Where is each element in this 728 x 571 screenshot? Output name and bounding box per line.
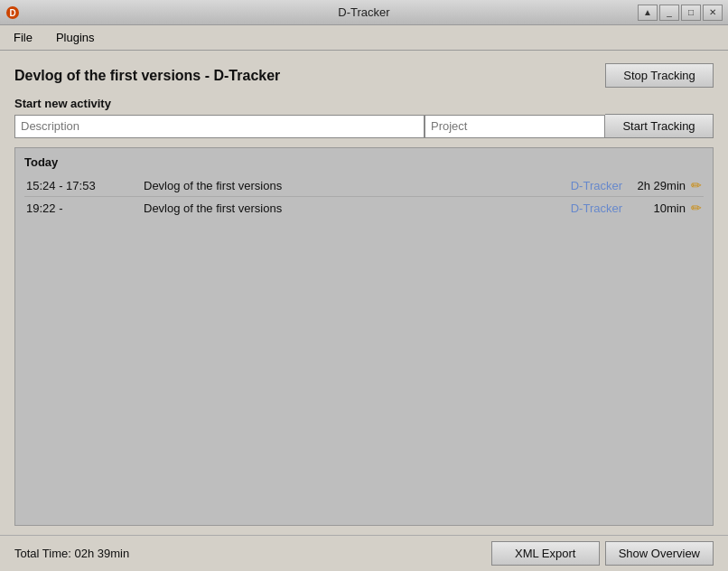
menu-file[interactable]: File <box>4 27 42 48</box>
entry-project: D-Tracker <box>571 201 622 215</box>
menu-plugins[interactable]: Plugins <box>46 27 105 48</box>
window-title: D-Tracker <box>338 5 389 19</box>
entry-time: 15:24 - 17:53 <box>26 179 144 192</box>
entry-project: D-Tracker <box>571 179 622 192</box>
entry-desc: Devlog of the first versions <box>144 201 571 215</box>
activity-input-row: Start Tracking <box>14 114 714 138</box>
project-input[interactable] <box>425 115 605 138</box>
up-button[interactable]: ▲ <box>638 5 658 21</box>
edit-icon[interactable]: ✏ <box>691 178 702 192</box>
menu-bar: File Plugins <box>0 25 728 51</box>
minimize-button[interactable]: _ <box>659 5 679 21</box>
page-title: Devlog of the first versions - D-Tracker <box>14 68 280 84</box>
entry-desc: Devlog of the first versions <box>144 179 571 192</box>
stop-tracking-button[interactable]: Stop Tracking <box>605 63 714 88</box>
tracker-area: Today 15:24 - 17:53 Devlog of the first … <box>14 147 714 526</box>
title-bar-controls: ▲ _ □ ✕ <box>638 5 723 21</box>
entry-time: 19:22 - <box>26 201 144 215</box>
show-overview-button[interactable]: Show Overview <box>605 541 714 566</box>
xml-export-button[interactable]: XML Export <box>491 541 600 566</box>
description-input[interactable] <box>14 115 425 138</box>
title-bar: D D-Tracker ▲ _ □ ✕ <box>0 0 728 25</box>
new-activity-section: Start new activity Start Tracking <box>14 97 714 138</box>
edit-icon[interactable]: ✏ <box>691 201 702 215</box>
total-time-label: Total Time: 02h 39min <box>14 547 129 560</box>
app-icon: D <box>5 5 20 20</box>
entry-duration: 10min <box>631 201 686 215</box>
start-tracking-button[interactable]: Start Tracking <box>605 114 714 138</box>
status-bar: Total Time: 02h 39min XML Export Show Ov… <box>0 535 728 571</box>
today-header: Today <box>24 155 704 169</box>
main-content: Devlog of the first versions - D-Tracker… <box>0 51 728 535</box>
entry-duration: 2h 29min <box>631 179 686 192</box>
status-bar-buttons: XML Export Show Overview <box>491 541 714 566</box>
table-row: 19:22 - Devlog of the first versions D-T… <box>24 197 704 219</box>
title-bar-left: D <box>5 5 20 20</box>
top-row: Devlog of the first versions - D-Tracker… <box>14 63 714 88</box>
table-row: 15:24 - 17:53 Devlog of the first versio… <box>24 174 704 197</box>
close-button[interactable]: ✕ <box>703 5 723 21</box>
svg-text:D: D <box>9 8 15 18</box>
new-activity-label: Start new activity <box>14 97 714 110</box>
maximize-button[interactable]: □ <box>681 5 701 21</box>
